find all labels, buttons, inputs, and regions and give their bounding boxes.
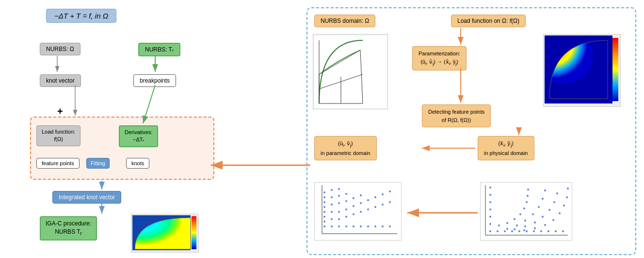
svg-point-50 — [338, 202, 340, 204]
svg-point-35 — [360, 211, 362, 213]
svg-point-46 — [374, 196, 376, 198]
svg-point-28 — [374, 225, 376, 227]
svg-point-40 — [331, 211, 333, 213]
svg-point-58 — [338, 188, 340, 190]
box-knot-vector: knot vector — [40, 74, 81, 87]
box-detecting: Detecting feature pointsof R(Ω, f(Ω)) — [422, 104, 491, 127]
physical-dots-thumbnail — [480, 182, 572, 241]
svg-point-21 — [323, 225, 325, 227]
svg-point-62 — [489, 230, 491, 232]
svg-rect-10 — [612, 38, 618, 101]
svg-point-17 — [323, 206, 325, 208]
svg-point-14 — [323, 191, 325, 193]
knots-label: knots — [131, 160, 144, 166]
svg-point-33 — [345, 216, 347, 218]
svg-point-83 — [523, 207, 525, 209]
box-physical-domain: (x̄i, ȳj)in physical domain — [478, 136, 534, 160]
svg-point-64 — [504, 230, 506, 232]
heatmap-thumbnail-top — [543, 34, 621, 107]
svg-point-90 — [532, 213, 534, 215]
box-parameterization: Parameterization:(ûi, v̂j) → (x̂i, ŷj) — [412, 46, 467, 70]
svg-point-100 — [556, 192, 558, 194]
box-nurbs-domain: NURBS domain: Ω — [314, 15, 375, 27]
svg-point-25 — [353, 225, 354, 227]
svg-point-71 — [555, 230, 557, 232]
svg-point-106 — [563, 205, 565, 206]
fitting-label: Fitting — [91, 160, 105, 166]
derivatives-label: Derivatives:−ΔTᵣ — [125, 129, 152, 142]
svg-point-78 — [489, 187, 491, 189]
svg-point-94 — [514, 228, 515, 230]
knot-vector-label: knot vector — [46, 77, 75, 84]
svg-point-98 — [548, 209, 550, 211]
svg-point-77 — [489, 194, 491, 196]
svg-point-67 — [526, 230, 528, 232]
svg-point-99 — [553, 201, 555, 203]
svg-point-104 — [552, 219, 554, 221]
box-parametric-domain: (ūi, v̄j)in parametric domain — [314, 136, 377, 160]
feature-points-label: feature points — [42, 160, 74, 166]
svg-point-107 — [566, 196, 568, 198]
svg-point-65 — [511, 230, 513, 232]
equation-text: −ΔT + T = f, in Ω — [54, 12, 108, 20]
svg-point-101 — [523, 229, 525, 231]
box-knots: knots — [126, 158, 149, 169]
box-fitting: Fitting — [86, 158, 110, 169]
svg-point-20 — [323, 221, 325, 223]
svg-point-105 — [559, 212, 561, 214]
svg-point-24 — [345, 225, 347, 227]
breakpoints-label: breakpoints — [140, 77, 170, 84]
svg-point-18 — [323, 211, 325, 213]
svg-point-27 — [367, 225, 369, 227]
box-feature-points: feature points — [36, 158, 80, 169]
svg-point-56 — [345, 193, 347, 195]
svg-point-74 — [489, 216, 491, 218]
svg-point-48 — [389, 190, 391, 192]
svg-point-42 — [345, 208, 347, 210]
parametric-domain-label: (ūi, v̄j)in parametric domain — [321, 140, 370, 156]
detecting-label: Detecting feature pointsof R(Ω, f(Ω)) — [428, 109, 484, 123]
box-load-function: Load function:f(Ω) — [36, 125, 80, 146]
integrated-kv-label: Integrated knot vector — [59, 194, 115, 201]
main-equation: −ΔT + T = f, in Ω — [46, 9, 116, 23]
svg-point-96 — [534, 222, 536, 224]
svg-point-19 — [323, 216, 325, 218]
svg-point-22 — [331, 225, 333, 227]
svg-point-29 — [382, 225, 384, 227]
svg-point-53 — [360, 194, 362, 196]
svg-point-36 — [367, 208, 369, 210]
igac-label: IGA-C procedure:NURBS Tr — [46, 220, 91, 235]
svg-point-32 — [338, 218, 340, 220]
svg-point-47 — [382, 193, 384, 195]
load-function-label: Load function:f(Ω) — [42, 129, 75, 142]
svg-point-54 — [331, 196, 333, 198]
svg-point-41 — [338, 211, 340, 213]
nurbs-omega-label: NURBS: Ω — [46, 46, 74, 52]
svg-point-95 — [524, 225, 526, 227]
svg-point-79 — [498, 224, 500, 226]
box-breakpoints: breakpoints — [133, 74, 176, 87]
svg-point-86 — [527, 189, 529, 190]
svg-point-23 — [338, 225, 340, 227]
box-load-on-omega: Load function on Ω: f(Ω) — [451, 15, 526, 27]
svg-point-72 — [562, 230, 564, 232]
nurbs-geometry-thumbnail — [313, 34, 388, 109]
svg-point-73 — [489, 223, 491, 225]
svg-point-57 — [331, 189, 333, 191]
svg-point-80 — [506, 222, 508, 224]
svg-point-66 — [518, 230, 520, 232]
svg-point-15 — [323, 196, 325, 198]
plus-sign: + — [57, 106, 63, 117]
svg-point-68 — [533, 230, 535, 232]
svg-point-108 — [567, 188, 569, 189]
svg-point-26 — [360, 225, 362, 227]
svg-point-38 — [382, 204, 384, 206]
heatmap-solution-thumbnail — [131, 214, 199, 253]
svg-point-63 — [497, 230, 499, 232]
svg-point-37 — [374, 206, 376, 208]
svg-rect-0 — [314, 35, 387, 108]
svg-point-89 — [524, 220, 526, 222]
nurbs-domain-label: NURBS domain: Ω — [321, 17, 369, 24]
svg-point-85 — [527, 195, 529, 197]
svg-point-45 — [367, 199, 369, 201]
